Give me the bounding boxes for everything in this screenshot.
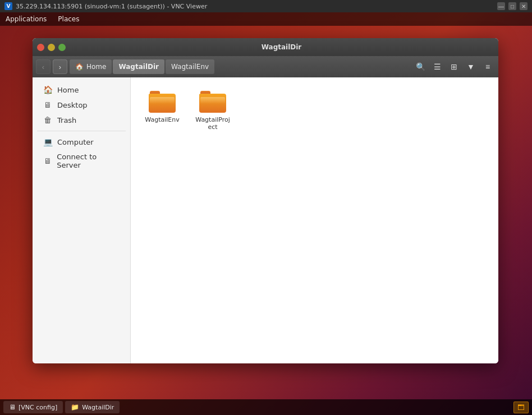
sidebar-item-trash[interactable]: 🗑 Trash <box>35 113 128 127</box>
taskbar-item-wagtaildir[interactable]: 📁 WagtailDir <box>65 401 120 413</box>
home-breadcrumb-label: Home <box>86 63 106 71</box>
vnc-minimize-button[interactable]: — <box>497 2 505 10</box>
menu-icon: ≡ <box>485 62 490 71</box>
sidebar-computer-label: Computer <box>57 138 94 146</box>
folder-icon-wagtailproject <box>199 91 226 113</box>
file-area: WagtailEnv WagtailProject <box>131 77 498 363</box>
sidebar-item-desktop[interactable]: 🖥 Desktop <box>35 98 128 112</box>
file-manager-window: WagtailDir ‹ › 🏠 Home WagtailDir Wagtail… <box>33 38 498 363</box>
trash-icon: 🗑 <box>43 116 53 125</box>
vnc-titlebar: V 35.229.134.113:5901 (sinuod-vm:1 (suts… <box>0 0 532 12</box>
sidebar-item-connect-server[interactable]: 🖥 Connect to Server <box>35 150 128 172</box>
sort-icon: ▼ <box>467 62 475 71</box>
connect-server-icon: 🖥 <box>43 156 52 165</box>
folder-icon-wagtailenv <box>149 91 176 113</box>
vnc-config-icon: 🖥 <box>9 403 16 411</box>
forward-button[interactable]: › <box>53 59 67 74</box>
sidebar-item-computer[interactable]: 💻 Computer <box>35 135 128 149</box>
taskbar-tray[interactable]: 🗔 <box>513 402 529 413</box>
file-item-wagtailenv[interactable]: WagtailEnv <box>140 86 185 135</box>
sidebar-desktop-label: Desktop <box>57 101 88 109</box>
content-area: 🏠 Home 🖥 Desktop 🗑 Trash 💻 Computer 🖥 Co… <box>33 77 498 363</box>
places-menu[interactable]: Places <box>58 15 79 23</box>
folder-body <box>149 94 176 113</box>
menu-button[interactable]: ≡ <box>480 59 495 74</box>
breadcrumb: 🏠 Home WagtailDir WagtailEnv <box>70 59 411 74</box>
sidebar-trash-label: Trash <box>57 116 76 125</box>
wagtailenv-breadcrumb-label: WagtailEnv <box>171 63 209 71</box>
window-maximize-button[interactable] <box>58 44 66 51</box>
window-minimize-button[interactable] <box>48 44 55 51</box>
grid-view-button[interactable]: ⊞ <box>447 59 461 74</box>
breadcrumb-wagtaildir[interactable]: WagtailDir <box>113 59 164 74</box>
window-title: WagtailDir <box>69 43 494 51</box>
home-icon: 🏠 <box>43 85 53 94</box>
back-button[interactable]: ‹ <box>36 59 51 74</box>
sidebar-connect-server-label: Connect to Server <box>57 153 120 169</box>
toolbar-right: 🔍 ☰ ⊞ ▼ ≡ <box>413 59 495 74</box>
list-view-icon: ☰ <box>434 62 441 71</box>
wagtaildir-breadcrumb-label: WagtailDir <box>118 63 159 71</box>
taskbar: 🖥 [VNC config] 📁 WagtailDir 🗔 <box>0 399 532 415</box>
sidebar: 🏠 Home 🖥 Desktop 🗑 Trash 💻 Computer 🖥 Co… <box>33 77 131 363</box>
taskbar-wagtaildir-label: WagtailDir <box>82 404 114 411</box>
window-close-button[interactable] <box>37 44 44 51</box>
vnc-title: 35.229.134.113:5901 (sinuod-vm:1 (sutsag… <box>16 3 497 10</box>
toolbar: ‹ › 🏠 Home WagtailDir WagtailEnv 🔍 <box>33 56 498 77</box>
folder-body <box>199 94 226 113</box>
computer-icon: 💻 <box>43 137 53 146</box>
search-icon: 🔍 <box>416 62 425 71</box>
vnc-logo: V <box>4 2 12 10</box>
forward-icon: › <box>59 63 61 71</box>
vnc-maximize-button[interactable]: □ <box>508 2 516 10</box>
folder-shine <box>150 97 175 104</box>
folder-shine <box>200 97 225 104</box>
breadcrumb-wagtailenv[interactable]: WagtailEnv <box>166 59 214 74</box>
sidebar-home-label: Home <box>57 86 79 94</box>
taskbar-vnc-config-label: [VNC config] <box>19 404 57 411</box>
applications-menu[interactable]: Applications <box>6 15 47 23</box>
sort-button[interactable]: ▼ <box>464 59 478 74</box>
desktop-icon: 🖥 <box>43 100 53 109</box>
file-name-wagtailproject: WagtailProject <box>195 116 231 131</box>
search-button[interactable]: 🔍 <box>413 59 428 74</box>
titlebar-controls: — □ ✕ <box>497 2 528 10</box>
vnc-close-button[interactable]: ✕ <box>520 2 528 10</box>
file-item-wagtailproject[interactable]: WagtailProject <box>190 86 235 135</box>
window-titlebar: WagtailDir <box>33 38 498 56</box>
taskbar-item-vnc-config[interactable]: 🖥 [VNC config] <box>3 401 63 413</box>
grid-view-icon: ⊞ <box>451 62 457 71</box>
back-icon: ‹ <box>42 63 44 71</box>
tray-icon: 🗔 <box>517 403 525 412</box>
wagtaildir-taskbar-icon: 📁 <box>71 403 79 411</box>
sidebar-divider <box>37 131 126 131</box>
sidebar-item-home[interactable]: 🏠 Home <box>35 82 128 97</box>
breadcrumb-home[interactable]: 🏠 Home <box>70 59 112 74</box>
file-name-wagtailenv: WagtailEnv <box>145 116 180 123</box>
system-bar: Applications Places <box>0 12 532 26</box>
home-breadcrumb-icon: 🏠 <box>75 63 84 71</box>
list-view-button[interactable]: ☰ <box>430 59 444 74</box>
